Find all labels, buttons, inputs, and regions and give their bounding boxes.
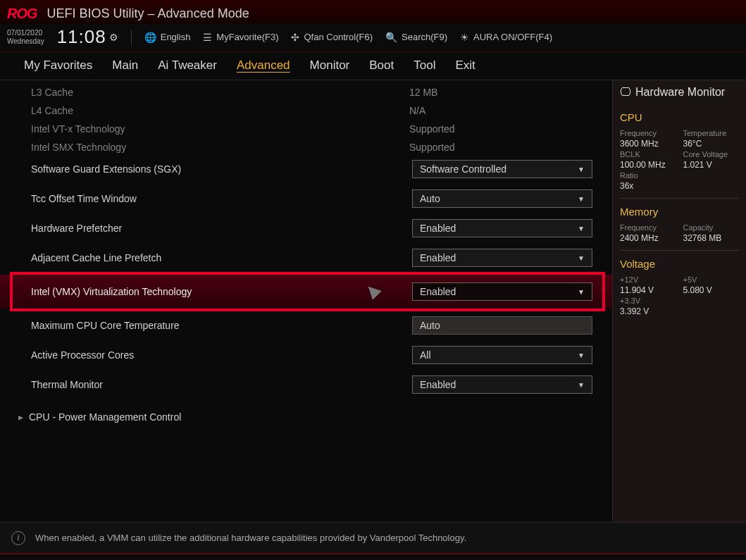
gear-icon[interactable]: ⚙ bbox=[109, 32, 118, 43]
hardware-monitor-panel: 🖵Hardware Monitor CPU Frequency Temperat… bbox=[612, 80, 746, 522]
info-row-l3: L3 Cache 12 MB bbox=[0, 83, 612, 101]
hw-cpu-grid: Frequency Temperature 3600 MHz 36°C BCLK… bbox=[620, 129, 739, 191]
setting-label: Tcc Offset Time Window bbox=[31, 193, 412, 204]
info-value: 12 MB bbox=[409, 87, 592, 98]
hw-value: 11.904 V bbox=[620, 285, 676, 295]
setting-label: Active Processor Cores bbox=[31, 349, 412, 361]
search-button[interactable]: 🔍Search(F9) bbox=[385, 32, 447, 43]
hw-label: BCLK bbox=[620, 150, 676, 158]
setting-row-max-temp: Maximum CPU Core Temperature Auto bbox=[0, 313, 612, 338]
setting-label: Thermal Monitor bbox=[31, 379, 412, 390]
tab-monitor[interactable]: Monitor bbox=[310, 58, 350, 80]
info-row-vtx: Intel VT-x Technology Supported bbox=[0, 120, 612, 138]
hw-value: 3.392 V bbox=[620, 306, 676, 316]
settings-panel: L3 Cache 12 MB L4 Cache N/A Intel VT-x T… bbox=[0, 80, 612, 522]
hw-monitor-label: Hardware Monitor bbox=[635, 86, 725, 99]
language-button[interactable]: 🌐English bbox=[144, 32, 191, 43]
setting-label: Software Guard Extensions (SGX) bbox=[31, 163, 412, 175]
dropdown-value: All bbox=[420, 349, 431, 361]
hw-section-cpu: CPU bbox=[620, 111, 739, 123]
chevron-down-icon: ▼ bbox=[578, 254, 585, 262]
tab-boot[interactable]: Boot bbox=[369, 58, 394, 80]
chevron-down-icon: ▼ bbox=[578, 166, 585, 173]
input-max-temp[interactable]: Auto bbox=[412, 316, 592, 335]
help-text: When enabled, a VMM can utilize the addi… bbox=[35, 533, 466, 543]
hw-value: 36°C bbox=[683, 139, 740, 149]
info-value: Supported bbox=[409, 142, 592, 153]
hw-label: Core Voltage bbox=[683, 150, 740, 158]
hw-label: Capacity bbox=[683, 223, 740, 232]
date-block: 07/01/2020 Wednesday bbox=[7, 29, 44, 46]
hw-label: +5V bbox=[683, 275, 740, 284]
info-bar: 07/01/2020 Wednesday 11:08 ⚙ 🌐English ☰M… bbox=[0, 24, 746, 52]
rog-logo-icon: ROG bbox=[7, 6, 37, 22]
setting-label: Hardware Prefetcher bbox=[31, 223, 412, 234]
globe-icon: 🌐 bbox=[144, 32, 156, 43]
setting-label: Intel (VMX) Virtualization Technology bbox=[31, 286, 412, 297]
footer-bar: Last Modified EzMode(F7)↦ Hot Keys? Sear… bbox=[0, 553, 746, 560]
hw-value: 2400 MHz bbox=[620, 233, 676, 243]
aura-button[interactable]: ☀AURA ON/OFF(F4) bbox=[460, 32, 552, 43]
search-label: Search(F9) bbox=[402, 32, 447, 42]
submenu-cpu-power[interactable]: CPU - Power Management Control bbox=[0, 404, 612, 430]
info-row-smx: Intel SMX Technology Supported bbox=[0, 138, 612, 156]
title-bar: ROG UEFI BIOS Utility – Advanced Mode bbox=[0, 0, 746, 24]
info-label: Intel SMX Technology bbox=[31, 142, 409, 153]
day-text: Wednesday bbox=[7, 37, 44, 46]
chevron-down-icon: ▼ bbox=[578, 225, 585, 232]
hw-value: 3600 MHz bbox=[620, 139, 676, 149]
qfan-button[interactable]: ✣Qfan Control(F6) bbox=[291, 32, 373, 43]
setting-row-vmx: Intel (VMX) Virtualization Technology En… bbox=[0, 275, 612, 309]
info-label: L3 Cache bbox=[31, 87, 409, 98]
info-label: Intel VT-x Technology bbox=[31, 123, 409, 135]
setting-row-adj-prefetch: Adjacent Cache Line Prefetch Enabled▼ bbox=[0, 245, 612, 270]
list-icon: ☰ bbox=[203, 32, 212, 43]
setting-row-tcc: Tcc Offset Time Window Auto▼ bbox=[0, 186, 612, 211]
language-label: English bbox=[161, 32, 191, 42]
dropdown-sgx[interactable]: Software Controlled▼ bbox=[412, 160, 592, 178]
clock-time: 11:08 bbox=[57, 26, 106, 48]
date-text: 07/01/2020 bbox=[7, 29, 44, 37]
hw-label: Temperature bbox=[683, 129, 740, 137]
dropdown-thermal[interactable]: Enabled▼ bbox=[412, 375, 592, 394]
tab-main[interactable]: Main bbox=[112, 58, 138, 80]
tab-tool[interactable]: Tool bbox=[414, 58, 435, 80]
tab-ai-tweaker[interactable]: Ai Tweaker bbox=[158, 58, 217, 80]
tab-exit[interactable]: Exit bbox=[455, 58, 475, 80]
hw-value: 1.021 V bbox=[683, 160, 740, 170]
info-value: N/A bbox=[409, 105, 592, 116]
fan-icon: ✣ bbox=[291, 32, 299, 43]
dropdown-value: Software Controlled bbox=[420, 163, 506, 175]
hw-value: 100.00 MHz bbox=[620, 160, 676, 170]
dropdown-value: Enabled bbox=[420, 379, 456, 390]
dropdown-cores[interactable]: All▼ bbox=[412, 346, 592, 364]
app-title: UEFI BIOS Utility – Advanced Mode bbox=[47, 6, 249, 21]
dropdown-hw-prefetch[interactable]: Enabled▼ bbox=[412, 219, 592, 237]
dropdown-tcc[interactable]: Auto▼ bbox=[412, 189, 592, 208]
dropdown-vmx[interactable]: Enabled▼ bbox=[412, 282, 592, 301]
clock[interactable]: 11:08 ⚙ bbox=[57, 26, 118, 48]
divider bbox=[620, 250, 739, 251]
hw-section-voltage: Voltage bbox=[620, 258, 739, 270]
myfavorite-button[interactable]: ☰MyFavorite(F3) bbox=[203, 32, 278, 43]
hw-monitor-title: 🖵Hardware Monitor bbox=[620, 85, 739, 106]
hw-mem-grid: Frequency Capacity 2400 MHz 32768 MB bbox=[620, 223, 739, 243]
dropdown-value: Enabled bbox=[420, 252, 456, 263]
chevron-down-icon: ▼ bbox=[578, 381, 585, 389]
hw-label: +12V bbox=[620, 275, 676, 284]
dropdown-value: Auto bbox=[420, 320, 440, 331]
setting-row-hw-prefetch: Hardware Prefetcher Enabled▼ bbox=[0, 216, 612, 241]
dropdown-value: Enabled bbox=[420, 286, 456, 297]
hw-value: 36x bbox=[620, 181, 676, 191]
menu-bar: My Favorites Main Ai Tweaker Advanced Mo… bbox=[0, 52, 746, 80]
dropdown-value: Enabled bbox=[420, 223, 456, 234]
tab-my-favorites[interactable]: My Favorites bbox=[24, 58, 92, 80]
dropdown-adj-prefetch[interactable]: Enabled▼ bbox=[412, 249, 592, 267]
hw-section-memory: Memory bbox=[620, 206, 739, 218]
chevron-down-icon: ▼ bbox=[578, 288, 585, 296]
chevron-down-icon: ▼ bbox=[578, 351, 585, 359]
dropdown-value: Auto bbox=[420, 193, 440, 204]
search-icon: 🔍 bbox=[385, 32, 397, 43]
qfan-label: Qfan Control(F6) bbox=[304, 32, 373, 42]
tab-advanced[interactable]: Advanced bbox=[237, 58, 290, 80]
